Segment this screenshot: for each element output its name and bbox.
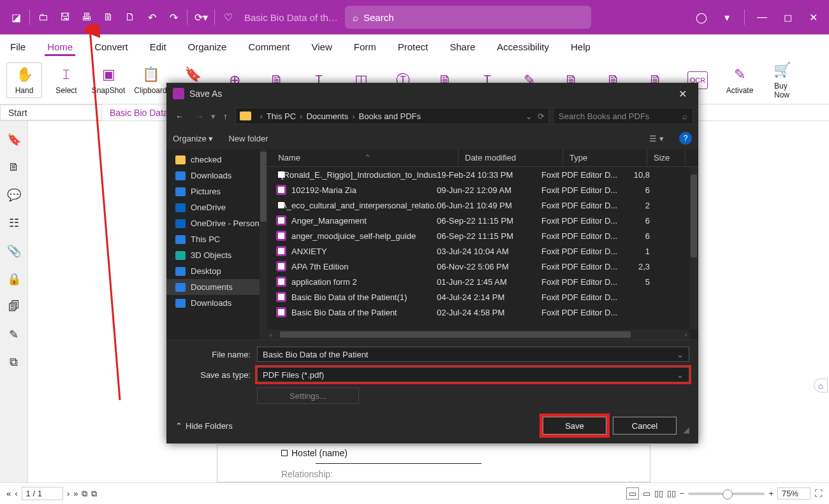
nav-forward-button[interactable]: → <box>191 112 207 121</box>
file-row[interactable]: Anger_Management06-Sep-22 11:15 PMFoxit … <box>267 213 698 228</box>
maximize-icon[interactable]: ◻ <box>777 6 798 28</box>
new-folder-button[interactable]: New folder <box>228 134 268 143</box>
settings-button[interactable]: Settings... <box>257 387 359 404</box>
open-icon[interactable]: 🗀 <box>33 6 54 28</box>
menu-edit[interactable]: Edit <box>147 38 169 56</box>
resize-grip-icon[interactable]: ◢ <box>683 425 689 435</box>
file-row[interactable]: application form 201-Jun-22 1:45 AMFoxit… <box>267 274 698 289</box>
undo-icon[interactable]: ↶ <box>141 6 163 28</box>
export-icon[interactable]: 🗎 <box>98 6 119 28</box>
more-icon[interactable]: ▾ <box>716 6 738 28</box>
prev-page-button[interactable]: ‹ <box>15 489 17 498</box>
view-cont-facing-icon[interactable]: ▯▯ <box>667 489 676 498</box>
floating-help-icon[interactable]: ⌂ <box>814 378 828 392</box>
tree-item[interactable]: OneDrive <box>166 199 267 215</box>
view-single-icon[interactable]: ▭ <box>626 487 639 500</box>
attach-rail-icon[interactable]: 📎 <box>7 244 21 258</box>
file-row[interactable]: Basic Bio Data of the Patient(1)04-Jul-2… <box>267 289 698 305</box>
zoom-in-button[interactable]: + <box>768 489 774 498</box>
file-row[interactable]: APA 7th Edition06-Nov-22 5:06 PMFoxit PD… <box>267 259 698 274</box>
menu-view[interactable]: View <box>309 38 334 56</box>
nav-history-button[interactable]: ▾ <box>211 112 216 121</box>
file-row[interactable]: 102192-Maria Zia09-Jun-22 12:09 AMFoxit … <box>267 182 698 198</box>
organize-button[interactable]: Organize ▾ <box>173 134 213 143</box>
last-page-button[interactable]: » <box>73 489 78 498</box>
zoom-slider[interactable] <box>688 493 765 495</box>
file-row[interactable]: anger_moodjuice_self-help_guide06-Sep-22… <box>267 228 698 243</box>
dialog-close-button[interactable]: ✕ <box>673 85 692 103</box>
dialog-help-button[interactable]: ? <box>679 132 692 145</box>
tree-scrollbar[interactable] <box>260 149 267 340</box>
col-name[interactable]: Name⌃ <box>267 149 459 166</box>
lock-rail-icon[interactable]: 🔒 <box>7 272 21 286</box>
path-dropdown-icon[interactable]: ⌄ <box>525 112 532 121</box>
tree-item[interactable]: Documents <box>166 279 267 295</box>
doc-rail-icon[interactable]: 🗐 <box>8 300 20 313</box>
saveastype-select[interactable]: PDF Files (*.pdf)⌄ <box>257 367 689 382</box>
sign-rail-icon[interactable]: ✎ <box>9 328 18 342</box>
tree-item[interactable]: Desktop <box>166 263 267 279</box>
filelist-scrollbar-h[interactable]: ‹› <box>267 329 689 340</box>
tab-start[interactable]: Start <box>0 104 102 120</box>
menu-accessibility[interactable]: Accessibility <box>494 38 552 56</box>
menu-protect[interactable]: Protect <box>395 38 431 56</box>
first-page-button[interactable]: « <box>6 489 11 498</box>
new-icon[interactable]: 🗋 <box>119 6 141 28</box>
view-facing-icon[interactable]: ▯▯ <box>654 489 663 498</box>
col-date[interactable]: Date modified <box>459 149 563 166</box>
layers-rail-icon[interactable]: ☷ <box>9 216 19 230</box>
bookmark-rail-icon[interactable]: 🔖 <box>7 133 21 147</box>
tool-snapshot[interactable]: ▣SnapShot <box>91 66 126 95</box>
filelist-scrollbar-v[interactable] <box>689 167 698 329</box>
print-icon[interactable]: 🖶 <box>76 6 98 28</box>
comments-rail-icon[interactable]: 💬 <box>7 188 21 202</box>
window-close-icon[interactable]: ✕ <box>802 6 824 28</box>
page-input[interactable]: 1 / 1 <box>22 487 63 500</box>
nav-up-button[interactable]: ↑ <box>219 112 231 121</box>
menu-file[interactable]: File <box>8 38 28 56</box>
tool-clipboard[interactable]: 📋Clipboard <box>133 66 168 95</box>
file-row[interactable]: A_eco_cultural_and_interpersonal_relatio… <box>267 198 698 213</box>
zoom-out-button[interactable]: − <box>680 489 685 498</box>
menu-form[interactable]: Form <box>351 38 379 56</box>
tree-item[interactable]: Downloads <box>166 295 267 311</box>
address-bar[interactable]: › This PC› Documents› Books and PDFs ⌄ ⟳ <box>235 108 550 124</box>
menu-help[interactable]: Help <box>568 38 593 56</box>
tree-item[interactable]: 3D Objects <box>166 247 267 263</box>
cloud-icon[interactable]: ♡ <box>217 6 239 28</box>
menu-organize[interactable]: Organize <box>186 38 230 56</box>
cancel-button[interactable]: Cancel <box>613 417 677 435</box>
tree-item[interactable]: OneDrive - Person <box>166 215 267 231</box>
tree-item[interactable]: Pictures <box>166 184 267 199</box>
nav-back-button[interactable]: ← <box>172 112 187 121</box>
path-refresh-icon[interactable]: ⟳ <box>538 112 545 121</box>
tab-doc[interactable]: Basic Bio Data <box>102 104 177 120</box>
menu-share[interactable]: Share <box>447 38 478 56</box>
tree-item[interactable]: Downloads <box>166 168 267 184</box>
dialog-search-input[interactable]: Search Books and PDFs ⌕ <box>553 108 693 124</box>
file-row[interactable]: ANXIETY03-Jul-24 10:04 AMFoxit PDF Edito… <box>267 243 698 259</box>
redo-icon[interactable]: ↷ <box>163 6 184 28</box>
global-search[interactable]: ⌕ Search <box>345 6 591 29</box>
hide-folders-button[interactable]: ⌃Hide Folders <box>175 421 233 431</box>
file-row[interactable]: [Ronald_E._Riggio]_Introduction_to_Indus… <box>267 167 698 182</box>
save-icon[interactable]: 🖫 <box>54 6 76 28</box>
col-type[interactable]: Type <box>563 149 647 166</box>
file-row[interactable]: Basic Bio Data of the Patient02-Jul-24 4… <box>267 305 698 320</box>
user-icon[interactable]: ◯ <box>691 6 712 28</box>
menu-comment[interactable]: Comment <box>246 38 292 56</box>
tool-buynow[interactable]: 🛒BuyNow <box>764 61 800 99</box>
view-mode-button[interactable]: ☰ ▾ <box>649 134 664 143</box>
tree-item[interactable]: checked <box>166 152 267 168</box>
tool-activate[interactable]: ✎Activate <box>722 66 758 95</box>
col-size[interactable]: Size <box>647 149 686 166</box>
save-button[interactable]: Save <box>543 417 606 435</box>
tool-hand[interactable]: ✋Hand <box>6 62 42 98</box>
fullscreen-icon[interactable]: ⛶ <box>814 489 823 498</box>
view-cont-icon[interactable]: ▭ <box>643 489 650 498</box>
filename-input[interactable]: Basic Bio Data of the Patient⌄ <box>257 347 689 362</box>
menu-home[interactable]: Home <box>45 38 75 56</box>
next-page-button[interactable]: › <box>67 489 70 498</box>
rotate-icon[interactable]: ⟳▾ <box>190 6 212 28</box>
menu-convert[interactable]: Convert <box>92 38 131 56</box>
